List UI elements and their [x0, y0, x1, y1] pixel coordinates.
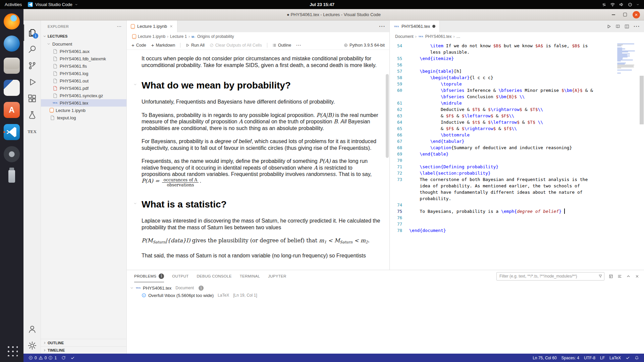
code-line[interactable]: 74 [390, 202, 644, 208]
breadcrumb-item[interactable]: Origins of probability [197, 34, 234, 39]
activity-testing[interactable] [23, 107, 41, 123]
dock-usb-device[interactable] [3, 167, 21, 185]
tree-file-phys4061-log[interactable]: PHYS4061.log [41, 70, 126, 77]
rendered-markdown-cell[interactable]: It occurs when people do not consider pr… [127, 50, 389, 270]
system-status-area[interactable] [602, 2, 639, 7]
code-line[interactable]: probability. [390, 195, 644, 202]
code-line[interactable]: 68 \caption{Summary of deductive and ind… [390, 144, 644, 151]
breadcrumb-item[interactable]: Document [395, 34, 414, 39]
minimap[interactable] [616, 43, 639, 75]
add-code-cell-button[interactable]: Code [131, 43, 146, 48]
dock-show-applications[interactable] [3, 341, 21, 359]
language-mode[interactable]: LaTeX [607, 354, 623, 362]
breadcrumb-item[interactable]: Lecture 1.ipynb [138, 34, 165, 39]
dock-libreoffice-writer[interactable] [3, 79, 21, 97]
code-line[interactable]: 72 \label{section:probability} [390, 170, 644, 176]
panel-tab-debug-console[interactable]: DEBUG CONSOLE [197, 270, 231, 282]
code-line[interactable]: 62 Deductive & $T$ & $\rightarrow$ & $T$… [390, 106, 644, 113]
breadcrumb-item[interactable]: Lecture 1 [170, 34, 187, 39]
tree-file-phys4061-pdf[interactable]: PHYS4061.pdf [41, 84, 126, 92]
panel-tab-jupyter[interactable]: JUPYTER [268, 270, 286, 282]
outline-section[interactable]: OUTLINE [41, 339, 126, 346]
code-line[interactable]: 63 & $F$ & $\leftarrow$ & $F$\\ [390, 113, 644, 119]
tree-file-texput-log[interactable]: texput.log [41, 114, 126, 121]
more-actions-icon[interactable] [117, 24, 122, 28]
scrollbar-thumb[interactable] [386, 74, 389, 158]
close-panel-icon[interactable] [635, 274, 639, 279]
code-line[interactable]: 65 & $F$ & $\rightarrow$ & $f$\\ [390, 125, 644, 132]
breadcrumb-item[interactable]: … [456, 34, 460, 39]
activity-source-control[interactable] [23, 57, 41, 74]
problems-filter-input[interactable] [496, 272, 604, 281]
encoding-setting[interactable]: UTF-8 [582, 354, 598, 362]
workspace-section-header[interactable]: LECTURES [41, 32, 126, 40]
dock-files[interactable] [3, 57, 21, 75]
tree-file-phys4061-fls[interactable]: PHYS4061.fls [41, 62, 126, 70]
close-tab-icon[interactable] [169, 24, 173, 28]
eol-setting[interactable]: LF [598, 354, 607, 362]
code-line[interactable]: less plausible. [390, 49, 644, 55]
kernel-picker[interactable]: Python 3.9.5 64-bit [344, 43, 385, 48]
code-line[interactable]: 66 \bottomrule [390, 132, 644, 138]
indentation-setting[interactable]: Spaces: 4 [559, 354, 582, 362]
code-line[interactable]: 58 \begin{tabular}{l c c c} [390, 74, 644, 81]
breadcrumb[interactable]: Lecture 1.ipynb Lecture 1 Origins of pro… [127, 32, 389, 41]
formatter-status[interactable] [623, 354, 632, 362]
minimize-button[interactable] [610, 11, 617, 18]
code-line[interactable]: 69 \end{table} [390, 151, 644, 157]
problems-summary[interactable]: 0 0 1 [26, 354, 59, 362]
tab-phys4061-tex[interactable]: PHYS4061.tex [390, 20, 440, 32]
group-by-icon[interactable] [609, 274, 613, 279]
app-menu[interactable]: Visual Studio Code [28, 2, 77, 7]
activity-accounts[interactable] [23, 321, 41, 337]
activity-latex-workshop[interactable] [23, 123, 41, 139]
code-line[interactable]: 77 [390, 221, 644, 227]
close-window-button[interactable] [633, 11, 640, 18]
code-line[interactable]: 57 \begin{table}[h] [390, 68, 644, 74]
tree-file-phys4061-synctex-gz[interactable]: PHYS4061.synctex.gz [41, 92, 126, 99]
dock-vscode[interactable] [3, 123, 21, 141]
tree-file-lecture-1-ipynb[interactable]: Lecture 1.ipynb [41, 107, 126, 114]
build-latex-icon[interactable] [606, 24, 611, 29]
tree-file-phys4061-fdb-latexmk[interactable]: PHYS4061.fdb_latexmk [41, 55, 126, 62]
dock-thunderbird[interactable] [3, 35, 21, 53]
clear-outputs-button[interactable]: Clear Outputs of All Cells [210, 43, 262, 48]
code-line[interactable]: 75 To Bayesians, probability is a \emph{… [390, 208, 644, 215]
tree-file-phys4061-tex[interactable]: PHYS4061.tex [41, 99, 126, 107]
view-as-list-icon[interactable] [618, 274, 622, 279]
cursor-position[interactable]: Ln 75, Col 60 [530, 354, 559, 362]
heading-fold-icon[interactable] [133, 202, 137, 205]
activity-run-and-debug[interactable] [23, 74, 41, 90]
activity-extensions[interactable] [23, 90, 41, 107]
titlebar[interactable]: ● PHYS4061.tex - Lectures - Visual Studi… [23, 9, 644, 20]
problem-row[interactable]: Overfull \hbox (5.5606pt too wide)LaTeX[… [127, 292, 644, 299]
panel-tab-output[interactable]: OUTPUT [172, 270, 189, 282]
clock[interactable]: Jul 23 15:47 [0, 2, 644, 7]
breadcrumb[interactable]: Document PHYS4061.tex … [390, 32, 644, 41]
code-line[interactable]: thought have fundamentally different ide… [390, 189, 644, 195]
timeline-section[interactable]: TIMELINE [41, 346, 126, 354]
unsaved-changes-dot[interactable] [432, 25, 435, 28]
split-editor-icon[interactable] [625, 24, 629, 29]
notifications-bell[interactable] [632, 354, 641, 362]
code-line[interactable]: \bfseries Conclusion $\bm{B}$ \\ [390, 94, 644, 100]
code-line[interactable]: 78\end{document} [390, 227, 644, 234]
maximize-panel-icon[interactable] [626, 274, 631, 279]
code-line[interactable]: 56 [390, 62, 644, 68]
code-line[interactable]: idea of probability. As mentioned earlie… [390, 183, 644, 189]
dock-firefox[interactable] [3, 12, 21, 31]
dock-camera-app[interactable] [3, 145, 21, 163]
code-line[interactable]: 54 \item If we do not know $B$ but we kn… [390, 43, 644, 49]
code-line[interactable]: 59 \toprule [390, 81, 644, 87]
view-pdf-icon[interactable] [615, 24, 620, 29]
activities-button[interactable]: Activities [5, 2, 22, 7]
code-line[interactable]: 64 Inductive & $t$ & $\leftarrow$ & $T$ … [390, 119, 644, 125]
code-line[interactable]: 71 \section{Defining probability} [390, 164, 644, 170]
activity-settings[interactable] [23, 337, 41, 354]
latex-compile-status[interactable] [68, 354, 77, 362]
tab-lecture1-ipynb[interactable]: Lecture 1.ipynb [127, 20, 177, 32]
run-all-button[interactable]: Run All [185, 43, 205, 48]
add-markdown-cell-button[interactable]: Markdown [151, 43, 175, 48]
code-line[interactable]: 76 [390, 215, 644, 221]
activity-explorer[interactable]: 1 [23, 24, 41, 41]
